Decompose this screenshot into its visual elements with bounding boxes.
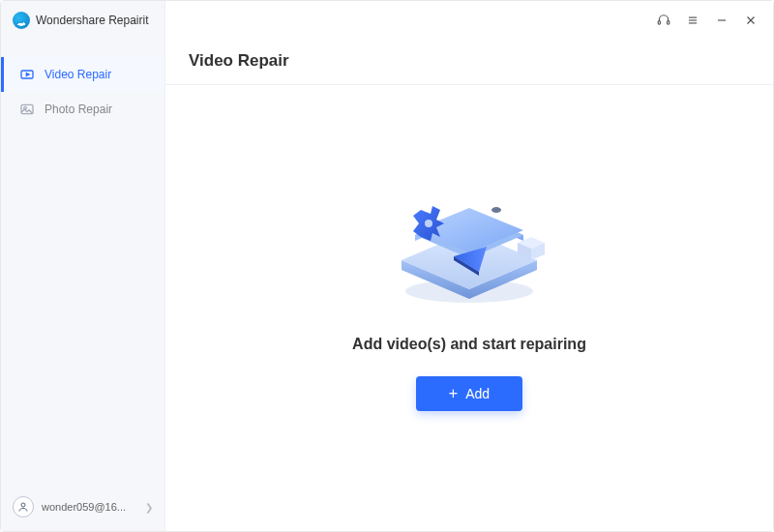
- chevron-right-icon[interactable]: ❯: [145, 502, 153, 513]
- titlebar: [165, 1, 773, 40]
- add-button[interactable]: + Add: [416, 376, 522, 411]
- sidebar: Wondershare Repairit Video Repair: [1, 1, 165, 531]
- avatar-icon: [13, 496, 34, 517]
- close-icon[interactable]: [744, 14, 758, 27]
- logo-row: Wondershare Repairit: [1, 1, 164, 40]
- svg-rect-5: [658, 21, 660, 24]
- sidebar-item-photo-repair[interactable]: Photo Repair: [1, 92, 164, 127]
- video-repair-icon: [19, 67, 35, 82]
- sidebar-nav: Video Repair Photo Repair: [1, 57, 164, 127]
- plus-icon: +: [449, 386, 458, 401]
- account-row[interactable]: wonder059@16... ❯: [1, 483, 164, 531]
- add-button-label: Add: [465, 386, 490, 401]
- support-icon[interactable]: [657, 14, 670, 27]
- photo-repair-icon: [19, 102, 35, 117]
- app-logo-icon: [13, 12, 30, 29]
- description-text: Add video(s) and start repairing: [352, 336, 586, 353]
- main-panel: Video Repair: [165, 1, 773, 531]
- svg-point-4: [21, 503, 25, 507]
- account-name: wonder059@16...: [42, 501, 137, 513]
- page-header: Video Repair: [165, 40, 773, 85]
- svg-point-24: [491, 207, 501, 213]
- svg-point-23: [425, 220, 432, 227]
- app-name: Wondershare Repairit: [36, 14, 149, 27]
- minimize-icon[interactable]: [715, 14, 729, 27]
- page-title: Video Repair: [189, 51, 750, 71]
- menu-icon[interactable]: [686, 14, 700, 27]
- content-area: Add video(s) and start repairing + Add: [165, 85, 773, 531]
- sidebar-item-label: Video Repair: [45, 68, 111, 81]
- sidebar-item-video-repair[interactable]: Video Repair: [1, 57, 164, 92]
- illustration-video-repair-icon: [372, 167, 566, 312]
- sidebar-item-label: Photo Repair: [45, 103, 112, 116]
- svg-marker-1: [26, 74, 29, 76]
- svg-rect-6: [668, 21, 670, 24]
- app-window: Wondershare Repairit Video Repair: [0, 0, 774, 532]
